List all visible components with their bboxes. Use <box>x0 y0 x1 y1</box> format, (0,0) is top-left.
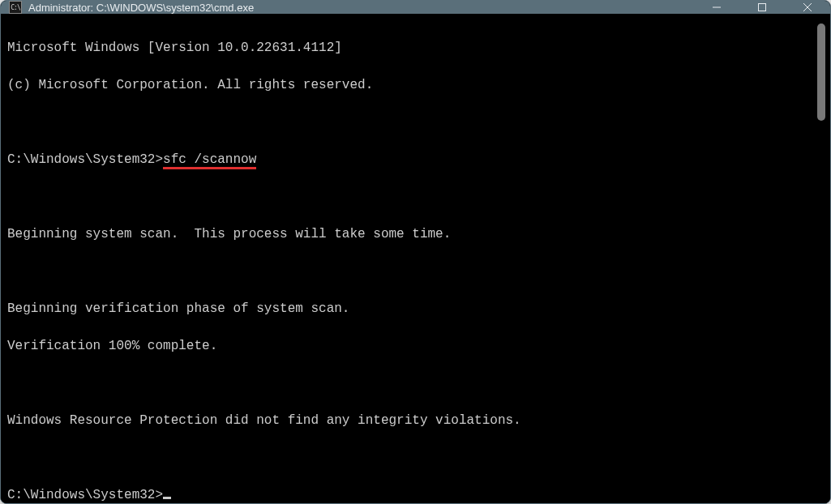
prompt-path: C:\Windows\System32> <box>7 152 163 167</box>
prompt-path: C:\Windows\System32> <box>7 488 163 502</box>
version-line: Microsoft Windows [Version 10.0.22631.41… <box>7 39 816 58</box>
verify-complete-line: Verification 100% complete. <box>7 337 816 356</box>
blank-line <box>7 449 816 468</box>
blank-line <box>7 113 816 132</box>
minimize-button[interactable] <box>694 1 739 14</box>
cmd-icon: C:\ <box>9 1 22 14</box>
maximize-button[interactable] <box>739 1 785 14</box>
svg-rect-1 <box>759 4 766 11</box>
command-highlighted: sfc /scannow <box>163 152 256 169</box>
window-controls <box>694 1 830 14</box>
close-icon <box>803 2 812 12</box>
maximize-icon <box>757 2 767 12</box>
close-button[interactable] <box>785 1 830 14</box>
terminal-output: Microsoft Windows [Version 10.0.22631.41… <box>7 20 816 504</box>
cursor-icon <box>163 497 171 499</box>
scrollbar[interactable] <box>816 20 827 504</box>
copyright-line: (c) Microsoft Corporation. All rights re… <box>7 76 816 95</box>
titlebar[interactable]: C:\ Administrator: C:\WINDOWS\system32\c… <box>1 1 830 14</box>
minimize-icon <box>712 2 722 12</box>
blank-line <box>7 263 816 281</box>
result-line: Windows Resource Protection did not find… <box>7 412 816 430</box>
begin-verify-line: Beginning verification phase of system s… <box>7 300 816 318</box>
blank-line <box>7 374 816 393</box>
blank-line <box>7 188 816 207</box>
cmd-window: C:\ Administrator: C:\WINDOWS\system32\c… <box>0 0 831 504</box>
prompt-line-1: C:\Windows\System32>sfc /scannow <box>7 151 816 169</box>
terminal-area[interactable]: Microsoft Windows [Version 10.0.22631.41… <box>1 14 830 504</box>
scrollbar-thumb[interactable] <box>817 23 825 121</box>
window-title: Administrator: C:\WINDOWS\system32\cmd.e… <box>28 2 694 14</box>
begin-scan-line: Beginning system scan. This process will… <box>7 225 816 244</box>
prompt-line-2: C:\Windows\System32> <box>7 486 816 504</box>
